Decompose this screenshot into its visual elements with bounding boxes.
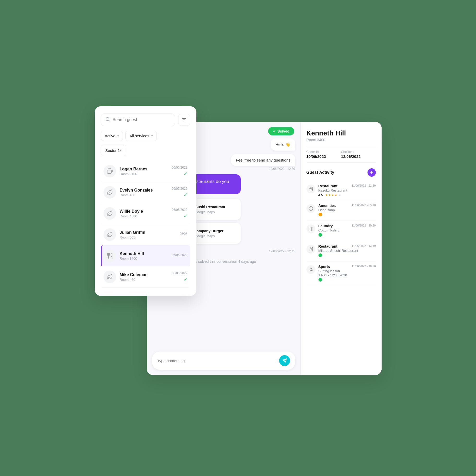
guest-activity-header: Guest Activity +	[306, 168, 376, 177]
guest-list-panel: Active ▾ All services ▾ Sector 1 ▾ Lo	[95, 106, 196, 296]
sector-dropdown[interactable]: Sector 1 ▾	[101, 145, 126, 156]
sector-row: Sector 1 ▾	[101, 145, 190, 156]
check-icon-willie: ✓	[172, 213, 187, 219]
chat-input-box	[152, 352, 295, 370]
guest-item-kenneth[interactable]: Kenneth Hill Room 3400 06/05/2022	[101, 245, 190, 266]
profile-dates: Check-in 10/06/2022 Checkout 12/06/2022	[306, 146, 376, 163]
filters-row: Active ▾ All services ▾	[101, 131, 190, 141]
search-icon	[105, 117, 110, 123]
restaurant2-icon	[306, 245, 315, 254]
guest-avatar-willie	[104, 207, 116, 220]
guest-item-julian[interactable]: Julian Griffin Room 505 06/05	[101, 224, 190, 245]
laundry-icon	[306, 224, 315, 233]
green-dot-sports-icon	[318, 278, 322, 282]
activity-amenities: Amenities 11/06/2022 - 09:10 Hand soap	[306, 200, 376, 221]
guest-item-mike[interactable]: Mike Coleman Room 460 06/05/2022 ✓	[101, 266, 190, 288]
activity-restaurant-mikado: Restaurant 11/06/2022 - 13:19 Mikado Shu…	[306, 241, 376, 261]
amenities-icon	[306, 204, 315, 213]
guest-item-evelyn[interactable]: Evelyn Gonzales Room 400 06/05/2022 ✓	[101, 182, 190, 203]
stars-status: 4.5 ★★★★★	[318, 193, 376, 197]
add-activity-button[interactable]: +	[367, 168, 376, 177]
checkin-block: Check-in 10/06/2022	[306, 150, 341, 159]
service-dropdown[interactable]: All services ▾	[125, 131, 157, 141]
guest-list: Logan Barnes Room 2100 06/05/2022 ✓ Evel…	[101, 161, 190, 288]
svg-line-1	[109, 120, 109, 121]
guest-profile-panel: Kenneth Hill Room 3400 Check-in 10/06/20…	[301, 122, 382, 375]
check-icon-evelyn: ✓	[172, 192, 187, 198]
profile-name: Kenneth Hill	[306, 129, 376, 137]
send-button[interactable]	[279, 355, 290, 366]
green-dot-restaurant-icon	[318, 253, 322, 257]
profile-room: Room 3400	[306, 138, 376, 142]
chat-input-area	[147, 348, 300, 375]
activity-sports: Sports 11/06/2022 - 10:20 Surfing lesson…	[306, 261, 376, 286]
check-icon-mike: ✓	[172, 277, 187, 282]
yellow-dot-icon	[318, 213, 322, 216]
guest-avatar-logan	[104, 165, 116, 177]
chat-input[interactable]	[157, 359, 276, 363]
activity-laundry: Laundry 11/06/2022 - 10:20 Cotton T-shir…	[306, 221, 376, 241]
sports-icon	[306, 265, 315, 274]
filter-button[interactable]	[178, 114, 190, 126]
restaurant-icon	[306, 185, 315, 193]
service-chevron-icon: ▾	[151, 134, 153, 138]
activity-list: Restaurant 11/06/2022 - 22:30 Kazoku Res…	[306, 181, 376, 286]
status-dropdown[interactable]: Active ▾	[101, 131, 123, 141]
guest-name-logan: Logan Barnes	[120, 167, 168, 171]
guest-item-willie[interactable]: Willie Doyle Room 4500 06/05/2022 ✓	[101, 203, 190, 224]
guest-meta-logan: 06/05/2022 ✓	[172, 166, 187, 177]
search-box[interactable]	[101, 114, 175, 126]
checkout-block: Checkout 12/06/2022	[341, 150, 376, 159]
svg-rect-14	[309, 227, 313, 231]
status-chevron-icon: ▾	[117, 134, 119, 138]
guest-info-logan: Logan Barnes Room 2100	[120, 167, 168, 176]
guest-room-logan: Room 2100	[120, 172, 168, 176]
check-icon-logan: ✓	[172, 171, 187, 177]
guest-avatar-evelyn	[104, 186, 116, 199]
guest-item-logan[interactable]: Logan Barnes Room 2100 06/05/2022 ✓	[101, 161, 190, 182]
search-input[interactable]	[113, 117, 171, 122]
solved-badge: ✓ Solved	[268, 127, 294, 135]
check-solved-icon: ✓	[273, 129, 276, 133]
sector-chevron-icon: ▾	[120, 148, 122, 153]
guest-avatar-julian	[104, 228, 116, 241]
activity-restaurant-kazoku: Restaurant 11/06/2022 - 22:30 Kazoku Res…	[306, 181, 376, 200]
guest-avatar-kenneth	[104, 249, 116, 262]
green-dot-laundry-icon	[318, 233, 322, 237]
search-row	[101, 114, 190, 126]
guest-avatar-mike	[104, 271, 116, 283]
